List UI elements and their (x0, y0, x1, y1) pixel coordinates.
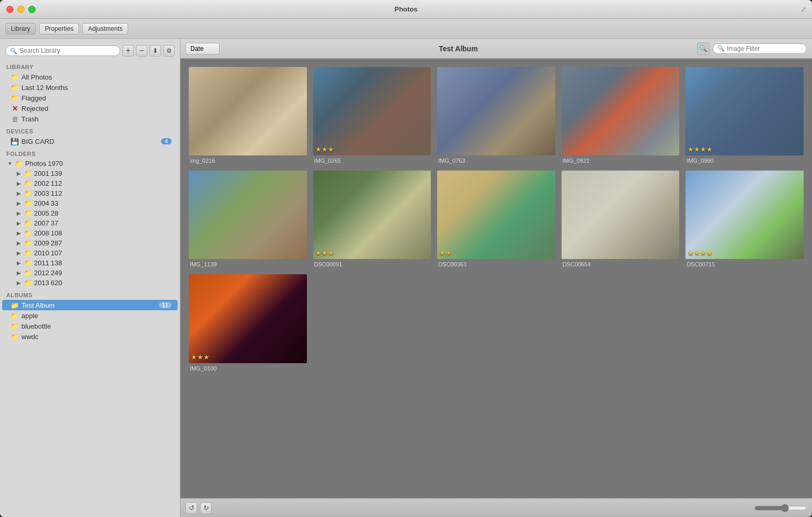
sidebar-search-area: 🔍 + − ⬇ ⚙ (0, 42, 180, 60)
settings-button[interactable]: ⚙ (163, 45, 175, 57)
photo-item-dsc-0091[interactable]: ★★★DSC00091 (313, 171, 431, 268)
disclosure-2004 (15, 200, 22, 206)
sidebar-item-bluebottle[interactable]: 📁 bluebottle (2, 321, 178, 331)
photo-label-dsc-0715: DSC00715 (685, 261, 804, 268)
photo-thumb-img-0763 (437, 67, 555, 155)
photo-item-img-1139[interactable]: IMG_1139 (189, 171, 307, 268)
folders-section-header: Folders (0, 147, 180, 159)
photo-item-img-0265[interactable]: ★★★IMG_0265 (313, 67, 431, 164)
photo-label-img-0265: IMG_0265 (313, 157, 431, 164)
window-title: Photos (394, 5, 417, 13)
apple-album-icon: 📁 (10, 311, 19, 320)
photo-item-img-0921[interactable]: IMG_0921 (562, 67, 680, 164)
folder-icon-2012: 📁 (24, 269, 32, 277)
disclosure-2012 (15, 270, 22, 276)
folder-badge-2007: 37 (51, 219, 58, 227)
photo-item-dsc-0654[interactable]: DSC00654 (562, 171, 680, 268)
folder-icon-12months: 📁 (10, 83, 19, 92)
sidebar-label-big-card: BIG CARD (21, 138, 54, 145)
folder-label-2004: 2004 (34, 199, 49, 207)
folder-icon-2010: 📁 (24, 249, 32, 257)
folder-tree-2005[interactable]: 📁 2005 28 (2, 208, 178, 218)
folder-tree-2008[interactable]: 📁 2008 108 (2, 228, 178, 238)
photo-label-img-0763: IMG_0763 (437, 157, 555, 164)
sidebar-item-test-album[interactable]: 📁 Test Album 11 (2, 300, 178, 310)
photo-item-dsc-0715[interactable]: ★★★★DSC00715 (685, 171, 804, 268)
disclosure-2009 (15, 240, 22, 246)
folder-badge-2002: 112 (51, 179, 62, 187)
app-toolbar: Library Properties Adjustments (0, 19, 812, 39)
sidebar-item-trash[interactable]: 🗑 Trash (2, 114, 178, 124)
rotate-right-button[interactable]: ↻ (200, 502, 212, 514)
stars-dsc-0091: ★★★ (315, 249, 334, 257)
photo-label-dsc-0091: DSC00091 (313, 261, 431, 268)
folder-tree-2009[interactable]: 📁 2009 287 (2, 238, 178, 248)
folder-icon-flagged: 📁 (10, 94, 19, 102)
sidebar-label-12months: Last 12 Months (21, 84, 68, 92)
folder-badge-2008: 108 (51, 229, 62, 237)
x-icon: ✕ (10, 104, 19, 113)
bottom-bar: ↺ ↻ (180, 498, 812, 517)
sidebar-item-wwdc[interactable]: 📁 wwdc (2, 331, 178, 342)
sidebar-label-flagged: Flagged (21, 94, 46, 102)
photo-item-img-0763[interactable]: IMG_0763 (437, 67, 555, 164)
sidebar-item-last-12-months[interactable]: 📁 Last 12 Months (2, 82, 178, 93)
photo-item-dsc-0363[interactable]: ★★DSC00363 (437, 171, 555, 268)
folder-tree-root[interactable]: 📁 Photos 1970 (2, 159, 178, 168)
folder-icon: 📁 (10, 73, 19, 81)
tab-adjustments[interactable]: Adjustments (82, 23, 128, 35)
photo-thumb-img-0216 (189, 67, 307, 155)
zoom-slider[interactable] (754, 504, 807, 512)
year-folders-container: 📁 2001 139 📁 2002 112 📁 2003 112 📁 2004 … (0, 168, 180, 288)
tab-properties[interactable]: Properties (39, 23, 79, 35)
folder-badge-2001: 139 (51, 170, 62, 177)
maximize-button[interactable] (28, 6, 36, 13)
photo-item-img-0100[interactable]: ★★★IMG_0100 (189, 274, 307, 372)
folder-badge-2005: 28 (51, 209, 58, 217)
magnify-button[interactable]: 🔍 (697, 42, 710, 55)
photo-label-img-0990: IMG_0990 (685, 157, 804, 164)
photo-thumb-dsc-0654 (562, 171, 680, 259)
folder-tree-2010[interactable]: 📁 2010 107 (2, 248, 178, 258)
folder-badge-2004: 33 (51, 199, 58, 207)
sidebar-item-all-photos[interactable]: 📁 All Photos (2, 72, 178, 82)
folder-tree-2007[interactable]: 📁 2007 37 (2, 218, 178, 228)
photo-item-img-0216[interactable]: img_0216 (189, 67, 307, 164)
folder-tree-2013[interactable]: 📁 2013 620 (2, 278, 178, 288)
disclosure-2008 (15, 230, 22, 236)
albums-section-header: Albums (0, 288, 180, 300)
sort-select[interactable]: Date Name Rating (186, 43, 220, 54)
search-box[interactable]: 🔍 (5, 46, 120, 56)
folder-tree-2003[interactable]: 📁 2003 112 (2, 188, 178, 198)
sidebar-item-flagged[interactable]: 📁 Flagged (2, 93, 178, 103)
image-filter-input[interactable] (727, 45, 802, 52)
rotate-left-button[interactable]: ↺ (186, 502, 197, 514)
import-button[interactable]: ⬇ (150, 45, 161, 57)
photo-thumb-dsc-0091: ★★★ (313, 171, 431, 259)
folder-tree-2002[interactable]: 📁 2002 112 (2, 178, 178, 188)
search-input[interactable] (19, 47, 116, 54)
stars-img-0100: ★★★ (191, 353, 210, 361)
folder-tree-2004[interactable]: 📁 2004 33 (2, 198, 178, 208)
minimize-button[interactable] (17, 6, 25, 13)
photos-folder-icon: 📁 (15, 160, 24, 167)
library-section-header: Library (0, 60, 180, 72)
sidebar-item-big-card[interactable]: 💾 BIG CARD 4 (2, 136, 178, 147)
folder-label-2007: 2007 (34, 219, 49, 227)
photo-label-img-1139: IMG_1139 (189, 261, 307, 268)
add-button[interactable]: + (122, 45, 134, 57)
folder-tree-2011[interactable]: 📁 2011 138 (2, 258, 178, 268)
photos-count-badge: 1970 (48, 160, 63, 167)
remove-button[interactable]: − (136, 45, 147, 57)
close-button[interactable] (6, 6, 14, 13)
photo-label-img-0100: IMG_0100 (189, 365, 307, 372)
sidebar-item-apple[interactable]: 📁 apple (2, 310, 178, 321)
folder-tree-2012[interactable]: 📁 2012 249 (2, 268, 178, 278)
photo-thumb-img-1139 (189, 171, 307, 259)
folder-tree-2001[interactable]: 📁 2001 139 (2, 168, 178, 178)
sidebar-item-rejected[interactable]: ✕ Rejected (2, 103, 178, 114)
image-filter-wrap[interactable]: 🔍 (713, 43, 807, 54)
photo-item-img-0990[interactable]: ★★★★IMG_0990 (685, 67, 804, 164)
tab-library[interactable]: Library (5, 23, 36, 35)
sidebar-label-test-album: Test Album (21, 301, 55, 309)
